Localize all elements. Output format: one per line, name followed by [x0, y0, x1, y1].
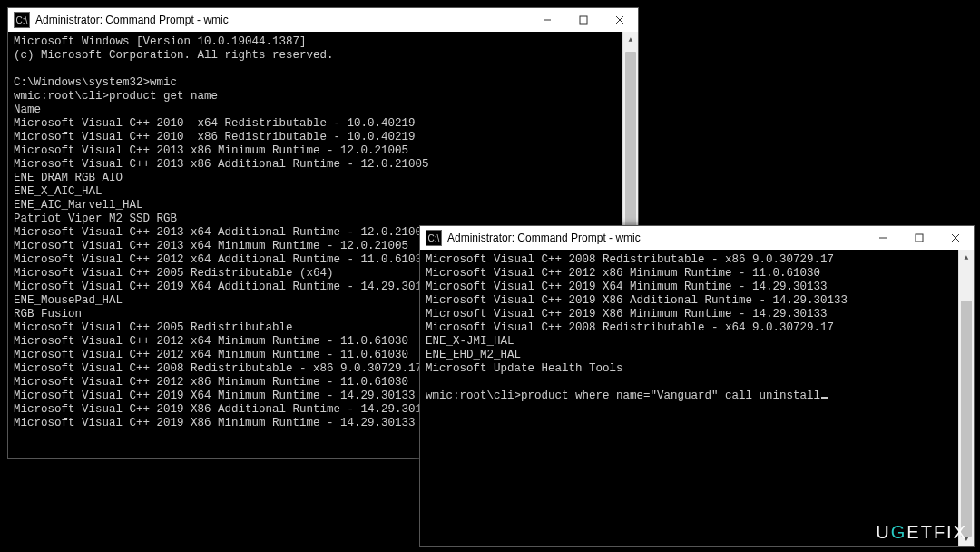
- window-title: Administrator: Command Prompt - wmic: [447, 232, 865, 244]
- terminal-line: Microsoft Visual C++ 2012 x86 Minimum Ru…: [426, 267, 953, 281]
- terminal-line: ENE_AIC_Marvell_HAL: [14, 199, 617, 212]
- scroll-track[interactable]: [959, 264, 974, 531]
- terminal-line: [14, 63, 617, 76]
- terminal-line: ENE_X_AIC_HAL: [14, 185, 617, 199]
- watermark-text: UGETFIX: [876, 522, 967, 542]
- titlebar[interactable]: C:\ Administrator: Command Prompt - wmic: [8, 8, 638, 32]
- cmd-icon: C:\: [426, 230, 442, 246]
- terminal-line: Microsoft Visual C++ 2019 X64 Minimum Ru…: [426, 281, 953, 294]
- scrollbar[interactable]: ▲ ▼: [958, 250, 974, 546]
- terminal-line: Name: [14, 104, 617, 117]
- terminal-line: Microsoft Visual C++ 2008 Redistributabl…: [426, 253, 953, 267]
- terminal-line: Microsoft Update Health Tools: [426, 362, 953, 376]
- watermark: UGETFIX: [876, 522, 967, 543]
- close-button[interactable]: [602, 8, 638, 32]
- terminal-line: Microsoft Visual C++ 2008 Redistributabl…: [426, 321, 953, 335]
- terminal-line: Microsoft Visual C++ 2013 x86 Additional…: [14, 158, 617, 172]
- terminal-line: Microsoft Visual C++ 2019 X86 Minimum Ru…: [426, 308, 953, 321]
- terminal-line: C:\Windows\system32>wmic: [14, 76, 617, 90]
- cursor: [821, 397, 828, 399]
- maximize-button[interactable]: [901, 226, 937, 250]
- svg-rect-5: [916, 234, 923, 242]
- scroll-thumb[interactable]: [961, 301, 972, 537]
- terminal-line: ENE_DRAM_RGB_AIO: [14, 172, 617, 185]
- terminal-line: Microsoft Visual C++ 2019 X86 Additional…: [426, 294, 953, 308]
- terminal-line: [426, 376, 953, 389]
- titlebar[interactable]: C:\ Administrator: Command Prompt - wmic: [420, 226, 974, 250]
- terminal-output[interactable]: Microsoft Visual C++ 2008 Redistributabl…: [420, 250, 958, 546]
- scroll-up-button[interactable]: ▲: [959, 250, 974, 264]
- terminal-line: wmic:root\cli>product get name: [14, 90, 617, 104]
- minimize-button[interactable]: [865, 226, 901, 250]
- scroll-up-button[interactable]: ▲: [623, 32, 638, 46]
- terminal-line: Microsoft Visual C++ 2013 x86 Minimum Ru…: [14, 144, 617, 158]
- cmd-icon: C:\: [14, 12, 30, 28]
- terminal-line: Microsoft Windows [Version 10.0.19044.13…: [14, 35, 617, 49]
- maximize-button[interactable]: [565, 8, 602, 32]
- svg-rect-1: [580, 16, 587, 24]
- window-title: Administrator: Command Prompt - wmic: [35, 14, 529, 26]
- minimize-button[interactable]: [529, 8, 565, 32]
- terminal-line: (c) Microsoft Corporation. All rights re…: [14, 49, 617, 63]
- terminal-line: Microsoft Visual C++ 2010 x86 Redistribu…: [14, 131, 617, 144]
- terminal-line: Microsoft Visual C++ 2010 x64 Redistribu…: [14, 117, 617, 131]
- cmd-window-right: C:\ Administrator: Command Prompt - wmic…: [419, 225, 975, 547]
- close-button[interactable]: [937, 226, 974, 250]
- terminal-line: wmic:root\cli>product where name="Vangua…: [426, 389, 953, 403]
- terminal-line: ENE_X-JMI_HAL: [426, 335, 953, 349]
- terminal-line: ENE_EHD_M2_HAL: [426, 349, 953, 362]
- terminal-line: Patriot Viper M2 SSD RGB: [14, 212, 617, 226]
